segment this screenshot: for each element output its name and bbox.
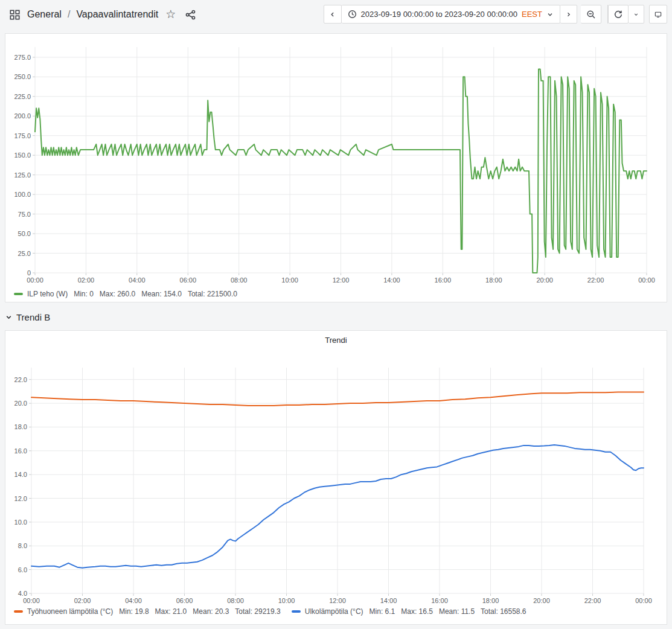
x-tick-label: 00:00 bbox=[638, 276, 655, 284]
timeseries-chart-trendi[interactable]: 00:0002:0004:0006:0008:0010:0012:0014:00… bbox=[5, 331, 667, 606]
timeseries-chart-ilp-teho[interactable]: 00:0002:0004:0006:0008:0010:0012:0014:00… bbox=[5, 34, 667, 287]
zoom-out-button[interactable] bbox=[581, 5, 601, 24]
y-tick-label: 14.0 bbox=[14, 471, 27, 478]
breadcrumb: General / Vapaavalintatrendit ☆ bbox=[0, 8, 198, 21]
y-tick-label: 16.0 bbox=[14, 447, 27, 455]
y-tick-label: 150.0 bbox=[14, 152, 31, 159]
chevron-down-icon bbox=[633, 11, 639, 18]
series-name[interactable]: Ulkolämpötila (°C) bbox=[305, 607, 363, 616]
time-shift-forward-button[interactable] bbox=[560, 5, 577, 24]
tv-icon bbox=[654, 10, 662, 19]
x-tick-label: 18:00 bbox=[485, 276, 502, 284]
series-stat: Min: 19.8 bbox=[119, 607, 149, 616]
series-stat: Mean: 20.3 bbox=[193, 607, 229, 616]
y-tick-label: 75.0 bbox=[18, 211, 31, 218]
y-tick-label: 200.0 bbox=[14, 112, 31, 120]
series-marker-icon bbox=[14, 293, 23, 295]
series-name[interactable]: ILP teho (W) bbox=[27, 290, 68, 298]
breadcrumb-page-title[interactable]: Vapaavalintatrendit bbox=[76, 9, 158, 20]
x-tick-label: 08:00 bbox=[231, 276, 248, 284]
share-icon[interactable] bbox=[183, 8, 198, 21]
series-stat: Min: 6.1 bbox=[370, 607, 395, 616]
series-marker-icon bbox=[292, 610, 301, 613]
x-tick-label: 20:00 bbox=[536, 276, 553, 284]
y-tick-label: 22.0 bbox=[14, 376, 27, 383]
time-shift-back-button[interactable] bbox=[324, 5, 342, 24]
y-tick-label: 225.0 bbox=[14, 93, 31, 100]
breadcrumb-section[interactable]: General bbox=[27, 9, 62, 20]
series-marker-icon bbox=[14, 610, 23, 613]
x-tick-label: 22:00 bbox=[587, 276, 604, 284]
x-tick-label: 04:00 bbox=[129, 276, 146, 284]
x-tick-label: 00:00 bbox=[27, 276, 43, 284]
series-stat: Min: 0 bbox=[74, 290, 94, 298]
y-tick-label: 18.0 bbox=[14, 423, 27, 430]
y-tick-label: 8.0 bbox=[18, 542, 27, 549]
x-tick-label: 00:00 bbox=[635, 597, 652, 604]
legend-item: Työhuoneen lämpötila (°C)Min: 19.8Max: 2… bbox=[14, 607, 281, 616]
breadcrumb-separator: / bbox=[66, 9, 71, 20]
series-name[interactable]: Työhuoneen lämpötila (°C) bbox=[27, 607, 113, 616]
y-tick-label: 250.0 bbox=[14, 73, 31, 80]
refresh-button-group bbox=[607, 5, 644, 24]
series-stat: Total: 16558.6 bbox=[481, 607, 526, 616]
x-tick-label: 16:00 bbox=[431, 597, 448, 604]
y-tick-label: 0 bbox=[27, 269, 31, 276]
star-icon[interactable]: ☆ bbox=[163, 8, 178, 21]
x-tick-label: 22:00 bbox=[584, 597, 601, 604]
time-controls: 2023-09-19 00:00:00 to 2023-09-20 00:00:… bbox=[324, 5, 667, 24]
y-tick-label: 175.0 bbox=[14, 132, 31, 139]
x-tick-label: 06:00 bbox=[176, 597, 193, 604]
apps-grid-icon[interactable] bbox=[7, 8, 22, 21]
series-stat: Mean: 11.5 bbox=[439, 607, 475, 616]
x-tick-label: 08:00 bbox=[227, 597, 244, 604]
y-tick-label: 25.0 bbox=[18, 250, 31, 257]
series-stat: Total: 221500.0 bbox=[188, 290, 237, 298]
y-tick-label: 125.0 bbox=[14, 171, 31, 179]
series-stat: Mean: 154.0 bbox=[141, 290, 182, 298]
kiosk-mode-button[interactable] bbox=[649, 5, 667, 24]
y-tick-label: 50.0 bbox=[18, 230, 31, 237]
x-tick-label: 06:00 bbox=[180, 276, 197, 284]
y-tick-label: 6.0 bbox=[18, 566, 27, 573]
x-tick-label: 02:00 bbox=[74, 597, 91, 604]
y-tick-label: 100.0 bbox=[14, 191, 31, 198]
time-range-label: 2023-09-19 00:00:00 to 2023-09-20 00:00:… bbox=[361, 10, 518, 19]
clock-icon bbox=[348, 10, 357, 19]
chevron-down-icon bbox=[5, 313, 13, 321]
refresh-button[interactable] bbox=[608, 5, 629, 24]
x-tick-label: 20:00 bbox=[533, 597, 550, 604]
y-tick-label: 12.0 bbox=[14, 495, 27, 502]
x-tick-label: 04:00 bbox=[125, 597, 142, 604]
y-tick-label: 10.0 bbox=[14, 519, 27, 526]
zoom-out-icon bbox=[586, 10, 596, 19]
grafana-dashboard: General / Vapaavalintatrendit ☆ 2023-09-… bbox=[0, 0, 672, 629]
y-tick-label: 275.0 bbox=[14, 54, 31, 61]
legend-item: ILP teho (W)Min: 0Max: 260.0Mean: 154.0T… bbox=[14, 290, 237, 298]
row-header-trendi-b[interactable]: Trendi B bbox=[5, 309, 50, 325]
top-nav: General / Vapaavalintatrendit ☆ 2023-09-… bbox=[0, 0, 672, 29]
chart-legend: ILP teho (W)Min: 0Max: 260.0Mean: 154.0T… bbox=[14, 290, 248, 298]
x-tick-label: 02:00 bbox=[78, 276, 95, 284]
series-stat: Max: 260.0 bbox=[100, 290, 135, 298]
panel-trendi: Trendi 00:0002:0004:0006:0008:0010:0012:… bbox=[5, 330, 667, 625]
x-tick-label: 12:00 bbox=[329, 597, 346, 604]
x-tick-label: 00:00 bbox=[23, 597, 40, 604]
row-title: Trendi B bbox=[16, 312, 50, 322]
chart-legend: Työhuoneen lämpötila (°C)Min: 19.8Max: 2… bbox=[14, 607, 537, 616]
x-tick-label: 16:00 bbox=[435, 276, 452, 284]
x-tick-label: 14:00 bbox=[383, 276, 400, 284]
series-stat: Total: 29219.3 bbox=[235, 607, 280, 616]
y-tick-label: 4.0 bbox=[18, 590, 27, 597]
x-tick-label: 10:00 bbox=[281, 276, 298, 284]
timezone-label: EEST bbox=[522, 10, 542, 19]
panel-ilp-teho: 00:0002:0004:0006:0008:0010:0012:0014:00… bbox=[5, 33, 667, 302]
refresh-interval-dropdown[interactable] bbox=[629, 5, 644, 24]
series-stat: Max: 16.5 bbox=[401, 607, 433, 616]
refresh-icon bbox=[613, 10, 623, 19]
time-range-picker-button[interactable]: 2023-09-19 00:00:00 to 2023-09-20 00:00:… bbox=[342, 5, 560, 24]
y-tick-label: 20.0 bbox=[14, 400, 27, 407]
x-tick-label: 12:00 bbox=[333, 276, 350, 284]
legend-item: Ulkolämpötila (°C)Min: 6.1Max: 16.5Mean:… bbox=[292, 607, 526, 616]
x-tick-label: 18:00 bbox=[482, 597, 499, 604]
